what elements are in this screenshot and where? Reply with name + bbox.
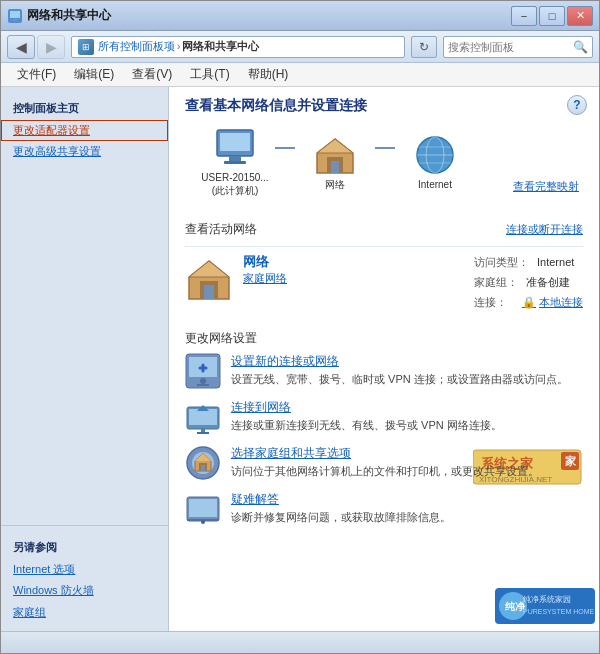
content-area: ? 查看基本网络信息并设置连接	[169, 87, 599, 631]
network-diagram: USER-20150...(此计算机)	[185, 129, 513, 197]
settings-item-setup-new: 设置新的连接或网络 设置无线、宽带、拨号、临时或 VPN 连接；或设置路由器或访…	[185, 353, 583, 389]
internet-icon	[411, 136, 459, 174]
sidebar-item-change-advanced[interactable]: 更改高级共享设置	[1, 141, 168, 162]
svg-marker-8	[317, 139, 353, 153]
svg-rect-29	[201, 429, 205, 432]
homegroup-link[interactable]: 选择家庭组和共享选项	[231, 445, 583, 462]
maximize-button[interactable]: □	[539, 6, 565, 26]
settings-item-troubleshoot: 疑难解答 诊断并修复网络问题，或获取故障排除信息。	[185, 491, 583, 527]
network-type[interactable]: 家庭网络	[243, 271, 444, 286]
svg-marker-17	[189, 261, 229, 277]
main-section-title: 查看基本网络信息并设置连接	[185, 97, 583, 115]
network-node-internet: Internet	[395, 136, 475, 191]
setup-new-link[interactable]: 设置新的连接或网络	[231, 353, 583, 370]
title-bar: 网络和共享中心 − □ ✕	[1, 1, 599, 31]
change-network-settings-section: 更改网络设置 设置新的连接或网络	[185, 330, 583, 527]
sidebar-item-internet-options[interactable]: Internet 选项	[1, 559, 168, 580]
troubleshoot-link[interactable]: 疑难解答	[231, 491, 583, 508]
breadcrumb-icon: ⊞	[78, 39, 94, 55]
breadcrumb-part2: 网络和共享中心	[182, 39, 259, 54]
search-input[interactable]	[448, 41, 571, 53]
internet-node-label: Internet	[418, 178, 452, 191]
svg-point-22	[200, 378, 206, 384]
bottom-watermark: 纯净 纯净系统家园 PURESYSTEM HOME	[495, 588, 595, 627]
homegroup-icon	[185, 445, 221, 481]
settings-item-connect-to: 连接到网络 连接或重新连接到无线、有线、拨号或 VPN 网络连接。	[185, 399, 583, 435]
title-bar-left: 网络和共享中心	[7, 7, 111, 24]
connect-to-desc: 连接或重新连接到无线、有线、拨号或 VPN 网络连接。	[231, 419, 502, 431]
connect-to-link[interactable]: 连接到网络	[231, 399, 583, 416]
prop-homegroup-label: 家庭组：	[474, 273, 518, 293]
connect-disconnect-link[interactable]: 连接或断开连接	[506, 222, 583, 237]
prop-connection-value[interactable]: 🔒 本地连接	[522, 293, 583, 313]
menu-help[interactable]: 帮助(H)	[240, 64, 297, 85]
sidebar: 控制面板主页 更改适配器设置 更改高级共享设置 另请参阅 Internet 选项…	[1, 87, 169, 631]
sidebar-divider	[1, 525, 168, 526]
sidebar-section-main: 控制面板主页	[1, 95, 168, 120]
svg-text:纯净系统家园: 纯净系统家园	[523, 595, 571, 604]
sidebar-section-seealso: 另请参阅	[1, 534, 168, 559]
nav-buttons: ◀ ▶	[7, 35, 65, 59]
svg-rect-6	[224, 161, 246, 164]
back-button[interactable]: ◀	[7, 35, 35, 59]
settings-text-troubleshoot: 疑难解答 诊断并修复网络问题，或获取故障排除信息。	[231, 491, 583, 525]
sidebar-item-windows-firewall[interactable]: Windows 防火墙	[1, 580, 168, 601]
refresh-button[interactable]: ↻	[411, 36, 437, 58]
home-icon-large	[185, 257, 233, 301]
menu-tools[interactable]: 工具(T)	[182, 64, 237, 85]
network-node-network: 网络	[295, 136, 375, 191]
lock-icon: 🔒	[522, 293, 536, 313]
svg-rect-36	[201, 465, 205, 471]
setup-new-icon	[185, 353, 221, 389]
forward-button[interactable]: ▶	[37, 35, 65, 59]
active-network-section: 查看活动网络 连接或断开连接 网络 家庭网络	[185, 221, 583, 318]
help-button[interactable]: ?	[567, 95, 587, 115]
svg-rect-10	[331, 161, 339, 173]
minimize-button[interactable]: −	[511, 6, 537, 26]
main-content: 控制面板主页 更改适配器设置 更改高级共享设置 另请参阅 Internet 选项…	[1, 87, 599, 631]
menu-edit[interactable]: 编辑(E)	[66, 64, 122, 85]
network-line-1	[275, 147, 295, 149]
network-details: 网络 家庭网络	[243, 253, 444, 286]
settings-text-connect: 连接到网络 连接或重新连接到无线、有线、拨号或 VPN 网络连接。	[231, 399, 583, 433]
address-bar: ◀ ▶ ⊞ 所有控制面板项 › 网络和共享中心 ↻ 🔍	[1, 31, 599, 63]
prop-access-row: 访问类型： Internet	[474, 253, 583, 273]
network-name[interactable]: 网络	[243, 253, 444, 271]
menu-file[interactable]: 文件(F)	[9, 64, 64, 85]
breadcrumb-part1[interactable]: 所有控制面板项	[98, 39, 175, 54]
troubleshoot-icon	[185, 491, 221, 527]
sidebar-item-change-adapter[interactable]: 更改适配器设置	[1, 120, 168, 141]
network-icon	[311, 136, 359, 174]
see-complete-map-link[interactable]: 查看完整映射	[513, 180, 579, 192]
svg-text:PURESYSTEM HOME: PURESYSTEM HOME	[523, 608, 595, 615]
change-network-settings-header: 更改网络设置	[185, 330, 583, 347]
prop-homegroup-row: 家庭组： 准备创建	[474, 273, 583, 293]
prop-access-value: Internet	[537, 253, 574, 273]
close-button[interactable]: ✕	[567, 6, 593, 26]
setup-new-desc: 设置无线、宽带、拨号、临时或 VPN 连接；或设置路由器或访问点。	[231, 373, 568, 385]
title-bar-buttons: − □ ✕	[511, 6, 593, 26]
active-network-header: 查看活动网络 连接或断开连接	[185, 221, 583, 238]
prop-access-label: 访问类型：	[474, 253, 529, 273]
svg-rect-27	[189, 409, 217, 425]
window-icon	[7, 8, 23, 24]
sidebar-item-homegroup[interactable]: 家庭组	[1, 602, 168, 623]
connect-to-icon	[185, 399, 221, 435]
network-properties: 访问类型： Internet 家庭组： 准备创建 连接： 🔒 本地连接	[474, 253, 583, 312]
title-bar-title: 网络和共享中心	[27, 7, 111, 24]
active-network-title: 查看活动网络	[185, 221, 257, 238]
menu-view[interactable]: 查看(V)	[124, 64, 180, 85]
search-icon: 🔍	[573, 40, 588, 54]
breadcrumb[interactable]: ⊞ 所有控制面板项 › 网络和共享中心	[71, 36, 405, 58]
svg-point-45	[201, 520, 205, 524]
prop-homegroup-value: 准备创建	[526, 273, 570, 293]
computer-icon	[211, 129, 259, 167]
svg-rect-2	[12, 19, 18, 21]
prop-connection-row: 连接： 🔒 本地连接	[474, 293, 583, 313]
connection-name: 本地连接	[539, 293, 583, 313]
settings-item-homegroup: 选择家庭组和共享选项 访问位于其他网络计算机上的文件和打印机，或更改共享设置。 …	[185, 445, 583, 481]
search-bar[interactable]: 🔍	[443, 36, 593, 58]
network-info-row: 网络 家庭网络 访问类型： Internet 家庭组： 准备创建	[185, 246, 583, 318]
settings-text-homegroup: 选择家庭组和共享选项 访问位于其他网络计算机上的文件和打印机，或更改共享设置。	[231, 445, 583, 479]
prop-connection-label: 连接：	[474, 293, 514, 313]
